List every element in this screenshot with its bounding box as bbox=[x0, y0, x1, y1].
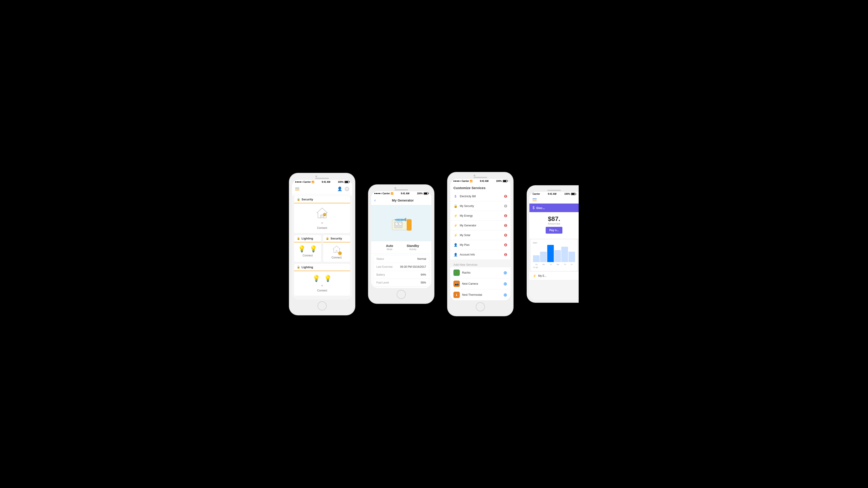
svg-text:🔒: 🔒 bbox=[323, 213, 326, 216]
pay-now-btn[interactable]: Pay n... bbox=[546, 227, 562, 234]
gen-mode-label: Mode bbox=[378, 248, 401, 251]
bulb-on-bottom: 💡 bbox=[324, 275, 332, 282]
my-energy-name: My Energy bbox=[460, 214, 502, 217]
bill-amount-section: $87. Amount due Pay n... bbox=[529, 212, 579, 238]
time-4: 9:41 AM bbox=[548, 193, 557, 195]
hamburger-icon[interactable] bbox=[295, 188, 299, 191]
nest-thermostat-icon-wrap: 🌡 bbox=[454, 292, 460, 298]
person-icon[interactable]: 👤 bbox=[337, 186, 342, 192]
gen-activity-value: Standby bbox=[401, 244, 425, 248]
battery-icon-1 bbox=[344, 181, 349, 183]
wifi-icon-3: 📶 bbox=[470, 180, 472, 182]
security-right-connect[interactable]: Connect bbox=[332, 256, 342, 259]
my-security-name: My Security bbox=[460, 204, 502, 207]
status-right-2: 100% bbox=[417, 192, 428, 195]
phone-inner-4: Carrier 9:41 AM 100% bbox=[529, 192, 579, 300]
lighting-left-label: Lighting bbox=[302, 237, 313, 240]
bulb-off-icon: 💡 bbox=[298, 245, 306, 253]
lock-icon-lighting-left: 🔒 bbox=[297, 237, 300, 240]
lighting-bottom-connect[interactable]: Connect bbox=[317, 289, 327, 292]
energy-link-icon: ⚡ bbox=[532, 274, 536, 278]
gen-detail-status: Status Normal bbox=[373, 255, 429, 263]
my-plan-name: My Plan bbox=[460, 243, 502, 247]
security-top-label: Security bbox=[302, 198, 313, 201]
security-badge: 🔒 bbox=[338, 252, 342, 255]
hamburger-icon-4[interactable] bbox=[532, 198, 537, 201]
app-header-1: 👤 ⓘ bbox=[292, 184, 352, 194]
plan-icon: 👤 bbox=[454, 243, 458, 247]
add-row-nest-camera[interactable]: 📷 Nest Camera ⊕ bbox=[450, 278, 510, 289]
add-nest-thermostat-btn[interactable]: ⊕ bbox=[503, 292, 507, 297]
lighting-left-body: 💡 💡 Connect bbox=[294, 242, 321, 260]
home-btn-3[interactable] bbox=[476, 302, 485, 311]
add-row-rachio[interactable]: 🌿 Rachio ⊕ bbox=[450, 267, 510, 278]
home-btn-1[interactable] bbox=[318, 301, 327, 311]
remove-energy-btn[interactable]: ⊖ bbox=[504, 213, 507, 218]
camera-dot-1 bbox=[315, 175, 317, 177]
add-row-nest-thermostat[interactable]: 🌡 Nest Thermostat ⊕ bbox=[450, 289, 510, 300]
speaker-2 bbox=[395, 189, 408, 191]
status-left-1: Carrier 📶 bbox=[295, 181, 314, 183]
bar-6 bbox=[568, 252, 575, 262]
speaker-4 bbox=[547, 190, 561, 191]
gen-status-label: Status bbox=[376, 257, 384, 260]
carrier-label-4: Carrier bbox=[532, 193, 540, 195]
app-header-icons: 👤 ⓘ bbox=[337, 186, 349, 192]
remove-solar-btn[interactable]: ⊖ bbox=[504, 233, 507, 238]
phone-top-bar-2 bbox=[371, 188, 431, 191]
partial-header bbox=[529, 196, 579, 203]
bulb-row-left: 💡 💡 bbox=[298, 245, 317, 253]
energy-link-text: My E... bbox=[538, 274, 547, 278]
lighting-left-connect[interactable]: Connect bbox=[303, 254, 313, 257]
add-rachio-btn[interactable]: ⊕ bbox=[503, 270, 507, 275]
gen-detail-fuel: Fuel Level 56% bbox=[373, 279, 429, 287]
back-button[interactable]: ‹ bbox=[374, 198, 376, 203]
security-top-header: 🔒 Security bbox=[294, 196, 350, 203]
remove-electricity-btn[interactable]: ⊖ bbox=[504, 194, 507, 199]
electricity-bill-name: Electricity Bill bbox=[460, 195, 502, 198]
add-nest-camera-btn[interactable]: ⊕ bbox=[503, 281, 507, 287]
wifi-icon-2: 📶 bbox=[391, 192, 393, 195]
status-bar-2: Carrier 📶 9:41 AM 100% bbox=[371, 191, 431, 196]
speaker-1 bbox=[315, 178, 329, 179]
house-security-icon: 🔒 bbox=[316, 207, 329, 220]
phone-1: Carrier 📶 9:41 AM 100% bbox=[289, 173, 355, 315]
energy-link-row[interactable]: ⚡ My E... bbox=[529, 272, 579, 280]
security-right-label: Security bbox=[331, 237, 342, 240]
status-left-2: Carrier 📶 bbox=[374, 192, 393, 195]
status-right-3: 100% bbox=[496, 180, 507, 182]
remove-security-btn[interactable]: ⊖ bbox=[504, 203, 507, 208]
nest-camera-icon-wrap: 📷 bbox=[454, 281, 460, 287]
bar-1 bbox=[533, 255, 539, 262]
chart-label-we: We bbox=[557, 263, 559, 265]
energy-bill-title: Elec... bbox=[536, 206, 545, 210]
battery-icon-4 bbox=[571, 193, 576, 195]
security-right-header: 🔒 Security bbox=[323, 235, 350, 242]
p2dot2 bbox=[376, 193, 377, 194]
service-row-security: 🔒 My Security ⊖ bbox=[450, 201, 510, 211]
h4line3 bbox=[532, 201, 537, 201]
battery-fill-2 bbox=[424, 193, 427, 194]
add-services-title: Add New Services bbox=[450, 261, 510, 267]
security-connect-label[interactable]: Connect bbox=[317, 226, 327, 230]
lock-icon-security-right: 🔒 bbox=[326, 237, 329, 240]
bolt-generator-icon: ⚡ bbox=[454, 224, 458, 227]
home-btn-2[interactable] bbox=[397, 290, 406, 299]
remove-account-btn[interactable]: ⊖ bbox=[504, 252, 507, 257]
account-icon: 👤 bbox=[454, 253, 458, 256]
battery-pct-3: 100% bbox=[496, 180, 502, 182]
lighting-bottom-card: 🔒 Lighting 💡 💡 ≋ Connect bbox=[294, 263, 350, 296]
p3dot1 bbox=[454, 181, 455, 182]
info-icon[interactable]: ⓘ bbox=[345, 186, 349, 192]
dot5 bbox=[302, 182, 303, 183]
two-col-section: 🔒 Lighting 💡 💡 Connect bbox=[294, 235, 350, 262]
rachio-icon-wrap: 🌿 bbox=[454, 269, 460, 276]
bulb-off-bottom: 💡 bbox=[312, 275, 320, 282]
lighting-left-header: 🔒 Lighting bbox=[294, 235, 321, 242]
account-info-name: Account Info bbox=[460, 253, 502, 256]
remove-plan-btn[interactable]: ⊖ bbox=[504, 242, 507, 248]
wifi-connect-icon-1: ≋ bbox=[321, 221, 323, 225]
remove-generator-btn[interactable]: ⊖ bbox=[504, 223, 507, 228]
security-top-card: 🔒 Security 🔒 ≋ Connect bbox=[294, 196, 350, 233]
status-bar-4: Carrier 9:41 AM 100% bbox=[529, 192, 579, 196]
